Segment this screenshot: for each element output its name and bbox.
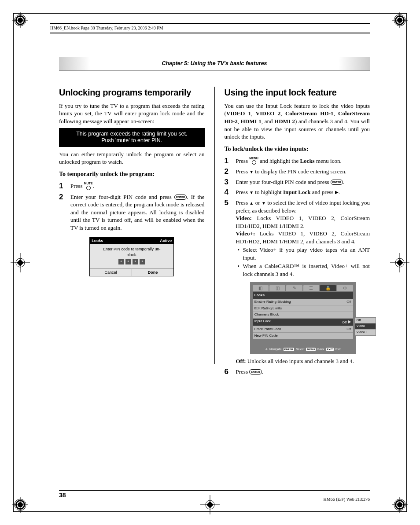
- submenu-item: Video +: [355, 330, 376, 335]
- tab-icon: ◧: [253, 285, 269, 291]
- dialog-message: Enter PIN code to temporaily un- block.: [93, 246, 170, 257]
- menu-row: Channels Block: [253, 312, 353, 319]
- bullet-item: When a CableCARD™ is inserted, Video+ wi…: [236, 262, 370, 278]
- column-divider: [214, 87, 215, 364]
- step-item: Press to highlight Input Lock and press …: [225, 188, 370, 196]
- registration-mark-icon: [392, 12, 408, 28]
- registration-mark-icon: [12, 12, 28, 28]
- header-text: HM66_EN.book Page 38 Thursday, February …: [50, 24, 370, 33]
- dialog-cancel-button: Cancel: [90, 268, 132, 276]
- body-text: You can either temporarily unlock the pr…: [59, 151, 205, 166]
- step-item: Press MUTE.: [59, 182, 205, 191]
- dialog-status: Active: [160, 238, 172, 243]
- step-item: Enter your four-digit PIN code and press…: [225, 178, 370, 186]
- message-line: This program exceeds the rating limit yo…: [76, 131, 187, 137]
- down-arrow-icon: [249, 189, 254, 195]
- tab-locks-icon: 🔒: [320, 285, 336, 291]
- menu-button-icon: MENU: [249, 157, 258, 165]
- svg-marker-31: [396, 259, 403, 266]
- body-text: You can use the Input Lock feature to lo…: [225, 102, 370, 141]
- registration-mark-icon: [12, 497, 28, 513]
- subheading: To lock/unlock the video inputs:: [225, 145, 370, 154]
- message-line: Push 'mute' to enter PIN.: [101, 137, 162, 143]
- menu-row-selected: Input LockOff: [253, 319, 353, 327]
- down-arrow-icon: [249, 168, 254, 175]
- dialog-title: Locks: [92, 238, 103, 243]
- onscreen-message: This program exceeds the rating limit yo…: [59, 128, 205, 147]
- subheading: To temporarily unlock the program:: [59, 170, 205, 179]
- step-item: Enter your four-digit PIN code and press…: [59, 193, 205, 232]
- alignment-target-icon: [390, 253, 409, 272]
- up-arrow-icon: [249, 199, 254, 206]
- locks-menu: ◧◫✎☰🔒⚙ Locks Enable Rating BlockingOff E…: [250, 282, 356, 354]
- right-column: Using the input lock feature You can use…: [225, 87, 370, 378]
- step-item: Press MENU and highlight the Locks menu …: [225, 157, 370, 165]
- step-item: Press or to select the level of video in…: [225, 199, 370, 365]
- page-header: HM66_EN.book Page 38 Thursday, February …: [50, 23, 370, 33]
- menu-tabs: ◧◫✎☰🔒⚙: [253, 285, 353, 291]
- section-heading-unlocking: Unlocking programs temporarily: [59, 87, 205, 99]
- menu-title: Locks: [253, 292, 353, 299]
- pin-dialog: LocksActive Enter PIN code to temporaily…: [89, 237, 174, 276]
- menu-row: Front Panel LockOff: [253, 326, 353, 333]
- tab-icon: ◫: [269, 285, 285, 291]
- registration-mark-icon: [392, 497, 408, 513]
- submenu-item: Off: [355, 318, 376, 323]
- menu-row: Enable Rating BlockingOff: [253, 299, 353, 305]
- input-lock-submenu: Off Video Video +: [355, 317, 376, 335]
- pin-input-row: ****: [93, 259, 170, 264]
- mute-button-icon: MUTE: [84, 182, 93, 190]
- submenu-item-selected: Video: [355, 323, 376, 329]
- svg-marker-35: [206, 501, 214, 508]
- right-arrow-icon: [335, 189, 339, 195]
- down-arrow-icon: [262, 199, 266, 206]
- body-text: If you try to tune the TV to a program t…: [59, 102, 205, 125]
- chapter-title: Chapter 5: Using the TV's basic features: [59, 57, 370, 71]
- tab-icon: ✎: [286, 285, 302, 291]
- dialog-done-button: Done: [132, 268, 174, 276]
- bullet-item: Select Video+ if you play video tapes vi…: [236, 246, 370, 261]
- tab-icon: ⚙: [337, 285, 353, 291]
- step-item: Press ENTER.: [225, 368, 370, 376]
- enter-button-icon: ENTER: [331, 180, 343, 185]
- tab-icon: ☰: [303, 285, 319, 291]
- right-arrow-icon: [348, 321, 351, 324]
- left-column: Unlocking programs temporarily If you tr…: [59, 87, 205, 378]
- step-item: Press to display the PIN code entering s…: [225, 168, 370, 176]
- footer-text: HM66 (E/F) Web 213:276: [50, 496, 370, 503]
- alignment-target-icon: [11, 253, 30, 272]
- svg-marker-27: [17, 259, 24, 266]
- enter-button-icon: ENTER: [174, 195, 187, 200]
- menu-footer: ✛Navigate ENTERSelect MENUBack EXITExit: [253, 347, 353, 351]
- enter-button-icon: ENTER: [249, 369, 262, 374]
- menu-row: Edit Rating Limits: [253, 305, 353, 312]
- section-heading-input-lock: Using the input lock feature: [225, 87, 370, 99]
- menu-row: New PIN Code: [253, 333, 353, 339]
- footer-rule: [59, 490, 370, 491]
